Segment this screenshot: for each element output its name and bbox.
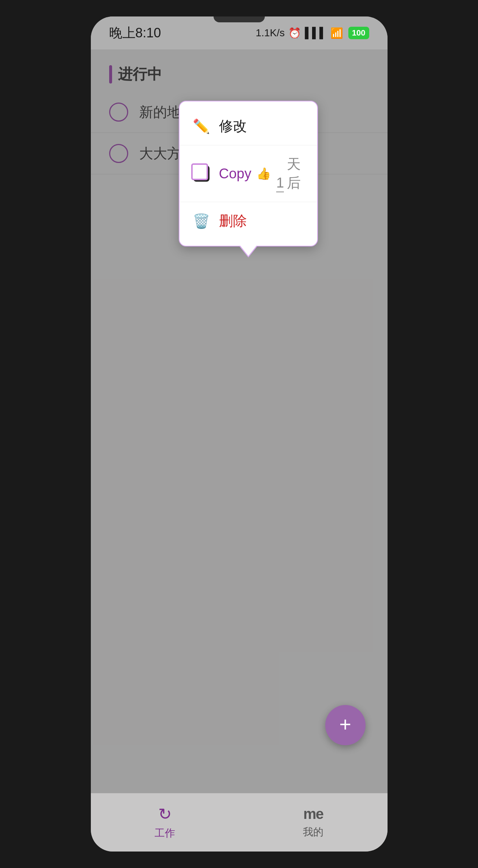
status-time: 晚上8:10 [109, 24, 161, 42]
status-right: 1.1K/s ⏰ ▌▌▌ 📶 100 [256, 27, 369, 39]
notch [214, 16, 265, 22]
menu-item-delete[interactable]: 🗑️ 删除 [179, 204, 317, 238]
work-label: 工作 [155, 826, 175, 840]
divider-2 [179, 202, 317, 202]
fab-button[interactable]: + [325, 705, 366, 745]
pencil-icon: ✏️ [193, 118, 210, 134]
copy-days: 1 天后 [276, 155, 304, 192]
edit-icon: ✏️ [193, 118, 210, 135]
copy-label-container: Copy 👍 1 天后 [219, 155, 304, 192]
battery-icon: 100 [348, 27, 369, 39]
menu-item-edit[interactable]: ✏️ 修改 [179, 109, 317, 144]
wifi-icon: 📶 [330, 27, 343, 39]
copy-days-num: 1 [276, 175, 284, 192]
bottom-nav: ↻ 工作 me 我的 [91, 793, 388, 852]
menu-item-copy[interactable]: Copy 👍 1 天后 [179, 147, 317, 200]
alarm-icon: ⏰ [288, 27, 301, 39]
context-menu: ✏️ 修改 Copy 👍 1 天后 [179, 101, 318, 246]
copy-label: Copy [219, 166, 252, 182]
fab-plus-icon: + [339, 714, 351, 735]
delete-label: 删除 [219, 212, 247, 230]
copy-icon-box [193, 166, 210, 182]
me-label: 我的 [303, 825, 323, 839]
status-icons: 1.1K/s ⏰ ▌▌▌ 📶 [256, 27, 343, 39]
nav-item-me[interactable]: me 我的 [239, 806, 388, 839]
work-icon: ↻ [158, 805, 172, 823]
network-speed: 1.1K/s [256, 27, 285, 39]
signal-icon: ▌▌▌ [305, 27, 327, 39]
thumb-icon: 👍 [256, 167, 271, 181]
phone-frame: 晚上8:10 1.1K/s ⏰ ▌▌▌ 📶 100 进行中 新的地 大大方方的 [91, 16, 388, 852]
trash-icon: 🗑️ [193, 213, 210, 229]
copy-icon-container [193, 165, 210, 182]
popup-overlay[interactable]: ✏️ 修改 Copy 👍 1 天后 [91, 49, 388, 793]
me-icon: me [303, 806, 323, 822]
divider-1 [179, 145, 317, 145]
edit-label: 修改 [219, 117, 247, 136]
nav-item-work[interactable]: ↻ 工作 [91, 805, 239, 840]
trash-icon-container: 🗑️ [193, 212, 210, 230]
copy-days-unit: 天后 [287, 155, 304, 192]
app-content: 进行中 新的地 大大方方的 EnD ✏️ 修改 [91, 49, 388, 793]
